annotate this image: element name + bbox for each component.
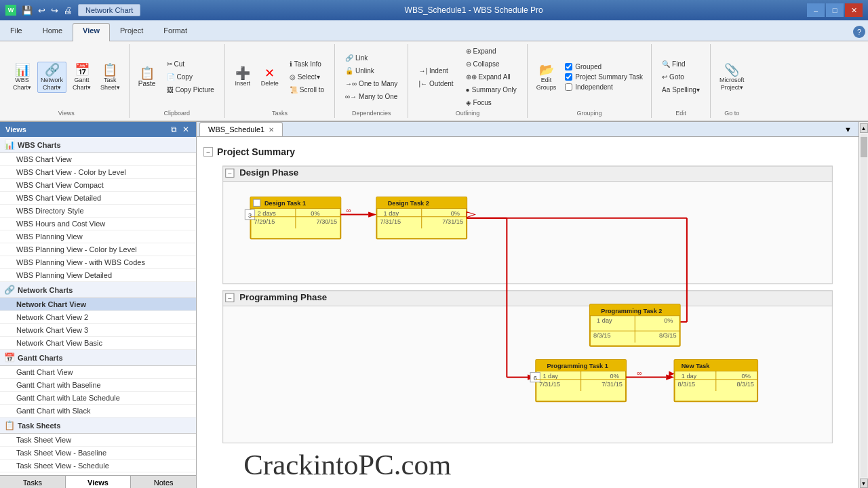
ms-project-btn[interactable]: 📎 Microsoft Project▾ — [716, 62, 748, 93]
goto-btn[interactable]: ↩ Goto — [657, 71, 705, 83]
independent-checkbox[interactable] — [565, 83, 572, 91]
sidebar-item[interactable]: WBS Planning View - with WBS Codes — [0, 256, 196, 269]
sidebar-item[interactable]: Network Chart View 3 — [0, 324, 196, 337]
sidebar-item[interactable]: WBS Chart View - Color by Level — [0, 166, 196, 179]
sidebar-title: Views — [5, 125, 26, 134]
qa-print[interactable]: 🖨 — [62, 5, 74, 16]
sidebar-item[interactable]: WBS Chart View — [0, 153, 196, 166]
tab-format[interactable]: Format — [153, 23, 197, 41]
one-to-many-btn[interactable]: →∞ One to Many — [340, 78, 402, 89]
link-btn[interactable]: 🔗 Link — [340, 52, 402, 64]
wbs-chart-btn[interactable]: 📊 WBS Chart▾ — [9, 62, 35, 93]
maximize-btn[interactable]: □ — [826, 3, 844, 17]
grouped-checkbox-row[interactable]: Grouped — [562, 62, 646, 71]
sidebar-float-btn[interactable]: ⧉ — [170, 125, 178, 134]
qa-save[interactable]: 💾 — [20, 5, 34, 16]
scroll-down-btn[interactable]: ▼ — [860, 479, 868, 488]
collapse-btn[interactable]: ⊖ Collapse — [461, 58, 521, 70]
insert-btn[interactable]: ➕ Insert — [231, 65, 255, 89]
sidebar-item[interactable]: Network Chart View — [0, 298, 196, 311]
sidebar-tab-views[interactable]: Views — [66, 476, 132, 488]
sidebar-item[interactable]: WBS Planning View Detailed — [0, 269, 196, 282]
edit-groups-btn[interactable]: 📂 Edit Groups — [533, 62, 560, 93]
independent-checkbox-row[interactable]: Independent — [562, 83, 646, 92]
content-tab-dropdown[interactable]: ▼ — [840, 124, 856, 135]
sidebar-item[interactable]: Task Sheet View - Baseline — [0, 447, 196, 460]
indent-btn[interactable]: →| Indent — [414, 65, 458, 77]
close-btn[interactable]: ✕ — [845, 3, 863, 17]
sidebar-item[interactable]: Gantt Chart with Baseline — [0, 379, 196, 392]
select-btn[interactable]: ◎ Select▾ — [285, 71, 329, 83]
views-buttons: 📊 WBS Chart▾ 🔗 Network Chart▾ 📅 Gantt Ch… — [9, 45, 123, 108]
dependencies-small-col: 🔗 Link 🔓 Unlink →∞ One to Many ∞→ Many t… — [340, 52, 402, 102]
grouping-group-label: Grouping — [576, 110, 601, 117]
tab-home[interactable]: Home — [33, 23, 73, 41]
sidebar-item[interactable]: WBS Planning View - Color by Level — [0, 243, 196, 256]
sidebar-item[interactable]: WBS Chart View Compact — [0, 179, 196, 192]
gantt-chart-btn[interactable]: 📅 Gantt Chart▾ — [69, 62, 94, 93]
svg-text:2 days: 2 days — [258, 210, 276, 217]
project-summary-task-label: Project Summary Task — [575, 73, 643, 81]
help-button[interactable]: ? — [853, 26, 865, 38]
sidebar-tab-notes[interactable]: Notes — [131, 476, 196, 488]
copy-picture-btn[interactable]: 🖼 Copy Picture — [162, 84, 219, 96]
ribbon-content: 📊 WBS Chart▾ 🔗 Network Chart▾ 📅 Gantt Ch… — [0, 41, 868, 121]
sidebar-item[interactable]: WBS Planning View — [0, 230, 196, 243]
scroll-up-btn[interactable]: ▲ — [860, 123, 868, 133]
grouped-checkbox[interactable] — [565, 63, 572, 70]
delete-btn[interactable]: ✕ Delete — [258, 65, 282, 89]
content-tab-close-btn[interactable]: ✕ — [269, 126, 274, 134]
project-summary-collapse-btn[interactable]: – — [203, 147, 213, 157]
sidebar-tab-tasks[interactable]: Tasks — [0, 476, 66, 488]
spelling-btn[interactable]: Aa Spelling▾ — [657, 84, 705, 96]
svg-text:Programming Task 1: Programming Task 1 — [547, 363, 608, 369]
network-chart-btn[interactable]: 🔗 Network Chart▾ — [37, 62, 66, 93]
svg-text:8/3/15: 8/3/15 — [659, 332, 677, 339]
sidebar-item[interactable]: WBS Chart View Detailed — [0, 192, 196, 205]
expand-btn[interactable]: ⊕ Expand — [461, 45, 521, 57]
clipboard-small-col: ✂ Cut 📄 Copy 🖼 Copy Picture — [162, 58, 219, 96]
focus-btn[interactable]: ◈ Focus — [461, 97, 521, 108]
sidebar-item[interactable]: Network Chart View Basic — [0, 337, 196, 350]
sidebar-item[interactable]: Gantt Chart View — [0, 366, 196, 379]
tab-project[interactable]: Project — [110, 23, 153, 41]
scroll-to-btn[interactable]: 📜 Scroll to — [285, 84, 329, 96]
scroll-thumb[interactable] — [861, 137, 867, 157]
qa-redo[interactable]: ↪ — [50, 5, 60, 16]
cut-btn[interactable]: ✂ Cut — [162, 58, 219, 70]
many-to-one-btn[interactable]: ∞→ Many to One — [340, 91, 402, 102]
content-tab-wbs[interactable]: WBS_Schedule1 ✕ — [199, 122, 283, 136]
task-sheet-btn[interactable]: 📋 Task Sheet▾ — [97, 62, 123, 93]
sidebar-item[interactable]: Gantt Chart with Late Schedule — [0, 392, 196, 405]
sidebar-item[interactable]: WBS Directory Style — [0, 205, 196, 218]
collapse-icon: ⊖ — [466, 60, 471, 68]
sidebar-item[interactable]: WBS Hours and Cost View — [0, 218, 196, 230]
sidebar-item[interactable]: Gantt Chart with Slack — [0, 405, 196, 418]
minimize-btn[interactable]: – — [807, 3, 825, 17]
unlink-btn[interactable]: 🔓 Unlink — [340, 65, 402, 77]
expand-all-btn[interactable]: ⊕⊕ Expand All — [461, 71, 521, 83]
task-info-btn[interactable]: ℹ Task Info — [285, 58, 329, 70]
svg-text:0%: 0% — [742, 373, 751, 380]
project-summary-task-checkbox-row[interactable]: Project Summary Task — [562, 73, 646, 81]
tab-file[interactable]: File — [0, 23, 33, 41]
sidebar-item[interactable]: Network Chart View 2 — [0, 311, 196, 324]
sidebar-item[interactable]: Task Sheet View — [0, 434, 196, 447]
sidebar-section-gantt-charts[interactable]: 📅 Gantt Charts — [0, 350, 196, 366]
copy-btn[interactable]: 📄 Copy — [162, 71, 219, 83]
right-scrollbar[interactable]: ▲ ▼ — [859, 122, 868, 488]
outdent-btn[interactable]: |← Outdent — [414, 78, 458, 89]
sidebar-section-task-sheets[interactable]: 📋 Task Sheets — [0, 418, 196, 434]
project-summary-task-checkbox[interactable] — [565, 73, 572, 81]
sidebar-close-btn[interactable]: ✕ — [181, 125, 191, 134]
find-btn[interactable]: 🔍 Find — [657, 58, 705, 70]
goto-group-label: Go to — [724, 110, 739, 117]
tab-view[interactable]: View — [73, 23, 110, 41]
svg-text:0%: 0% — [451, 210, 460, 217]
qa-undo[interactable]: ↩ — [37, 5, 47, 16]
sidebar-section-wbs-charts[interactable]: 📊 WBS Charts — [0, 137, 196, 153]
sidebar-section-network-charts[interactable]: 🔗 Network Charts — [0, 282, 196, 298]
sidebar-item[interactable]: Task Sheet View - Schedule — [0, 460, 196, 472]
summary-only-btn[interactable]: ● Summary Only — [461, 84, 521, 96]
paste-btn[interactable]: 📋 Paste — [135, 65, 159, 89]
